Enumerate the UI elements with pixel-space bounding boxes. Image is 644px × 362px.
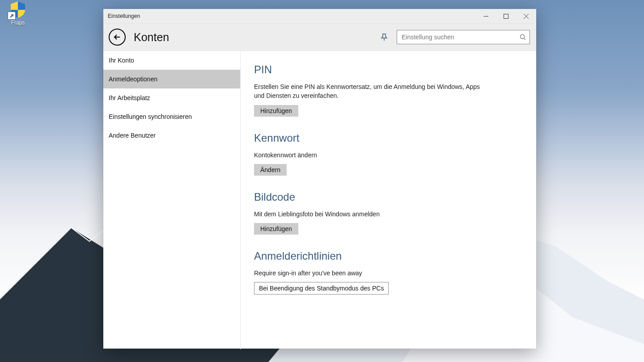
minimize-button[interactable]	[476, 9, 496, 23]
pin-button[interactable]	[378, 33, 390, 41]
section-signin-policy: Anmelderichtlinien Require sign-in after…	[254, 250, 523, 295]
sidebar-item-workplace[interactable]: Ihr Arbeitsplatz	[103, 88, 240, 107]
sidebar-item-signin-options[interactable]: Anmeldeoptionen	[103, 70, 240, 88]
window-title: Einstellungen	[103, 13, 140, 19]
heading-policy: Anmelderichtlinien	[254, 250, 523, 262]
desktop-icon-label: Fraps	[2, 20, 34, 26]
button-pin-add[interactable]: Hinzufügen	[254, 105, 298, 117]
heading-pin: PIN	[254, 63, 523, 76]
section-pin: PIN Erstellen Sie eine PIN als Kennworte…	[254, 63, 523, 117]
shortcut-arrow-icon: ↗	[8, 12, 16, 20]
text-pin: Erstellen Sie eine PIN als Kennwortersat…	[254, 82, 487, 101]
button-password-change[interactable]: Ändern	[254, 164, 287, 176]
pin-icon	[380, 33, 388, 41]
sidebar-item-sync[interactable]: Einstellungen synchronisieren	[103, 107, 240, 126]
desktop: ↗ Fraps Einstellungen	[0, 0, 644, 362]
button-picture-add[interactable]: Hinzufügen	[254, 223, 298, 235]
svg-point-6	[521, 35, 525, 39]
header: Konten	[103, 24, 536, 51]
select-signin-policy[interactable]: Bei Beendigung des Standbymodus des PCs	[254, 282, 389, 295]
section-picture-password: Bildcode Mit dem Lieblingsfoto bei Windo…	[254, 191, 523, 235]
settings-window: Einstellungen Konten	[103, 9, 536, 349]
text-picture: Mit dem Lieblingsfoto bei Windows anmeld…	[254, 210, 487, 219]
heading-picture: Bildcode	[254, 191, 523, 203]
section-password: Kennwort Kontokennwort ändern Ändern	[254, 132, 523, 176]
svg-line-7	[524, 38, 526, 40]
svg-rect-1	[504, 14, 508, 18]
text-password: Kontokennwort ändern	[254, 151, 487, 160]
search-icon	[520, 34, 526, 40]
back-button[interactable]	[109, 29, 126, 46]
content-area: PIN Erstellen Sie eine PIN als Kennworte…	[241, 51, 536, 349]
desktop-icon-fraps[interactable]: ↗ Fraps	[2, 0, 34, 26]
heading-password: Kennwort	[254, 132, 523, 144]
sidebar: Ihr Konto Anmeldeoptionen Ihr Arbeitspla…	[103, 51, 241, 349]
search-input[interactable]	[401, 33, 520, 41]
titlebar[interactable]: Einstellungen	[103, 9, 536, 24]
sidebar-item-other-users[interactable]: Andere Benutzer	[103, 126, 240, 145]
close-button[interactable]	[516, 9, 536, 23]
search-box[interactable]	[397, 30, 530, 44]
text-policy: Require sign-in after you've been away	[254, 269, 487, 278]
sidebar-item-account[interactable]: Ihr Konto	[103, 51, 240, 70]
arrow-left-icon	[113, 33, 121, 41]
maximize-button[interactable]	[496, 9, 516, 23]
page-title: Konten	[134, 31, 169, 44]
